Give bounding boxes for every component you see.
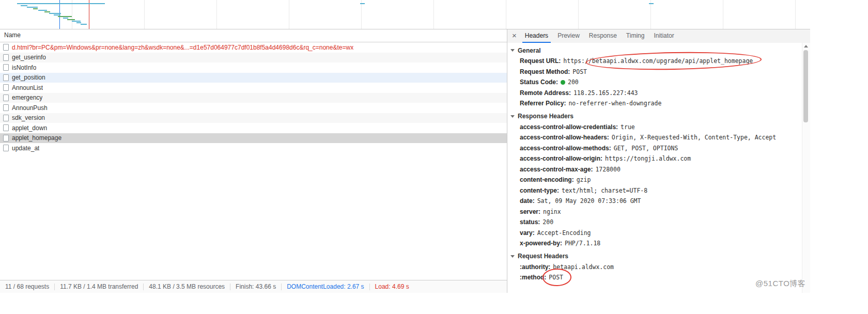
header-name: vary: <box>520 229 535 237</box>
header-name: content-encoding: <box>520 176 574 183</box>
header-value-text: Accept-Encoding <box>537 229 591 237</box>
section-header[interactable]: Response Headers <box>507 111 802 122</box>
tab-response[interactable]: Response <box>584 29 622 43</box>
devtools-network-panel: Name d.html?br=PC&pm=Windows&pr=none&lan… <box>0 0 810 293</box>
header-name: access-control-allow-origin: <box>520 155 602 162</box>
request-row[interactable]: applet_homepage <box>0 133 507 144</box>
header-line: content-type:text/html; charset=UTF-8 <box>507 185 802 196</box>
header-line: access-control-allow-credentials:true <box>507 122 802 133</box>
overview-activity-mark <box>27 7 38 8</box>
header-value: gzip <box>577 176 591 183</box>
file-icon <box>3 64 9 71</box>
header-value: true <box>621 123 635 131</box>
overview-activity-mark <box>44 11 50 12</box>
header-name: Status Code: <box>520 78 558 86</box>
request-row[interactable]: sdk_version <box>0 113 507 123</box>
header-value: 1728000 <box>595 166 620 173</box>
header-value: 118.25.165.227:443 <box>574 89 638 97</box>
header-value: GET, POST, OPTIONS <box>614 145 678 152</box>
header-line: access-control-allow-origin:https://tong… <box>507 153 802 164</box>
scrollbar-up-arrow-icon[interactable] <box>804 45 808 48</box>
request-row[interactable]: emergency <box>0 93 507 103</box>
header-name: server: <box>520 208 540 215</box>
header-value-text: 118.25.165.227:443 <box>574 89 638 97</box>
overview-activity-mark <box>81 24 87 25</box>
file-icon <box>3 84 9 91</box>
request-details-panel: × HeadersPreviewResponseTimingInitiator … <box>507 29 810 293</box>
header-value: betaapi.aldwx.com <box>553 263 614 271</box>
header-value: POST <box>572 68 587 75</box>
request-row[interactable]: get_userinfo <box>0 53 507 63</box>
request-name: get_position <box>12 74 45 81</box>
request-row[interactable]: AnnounList <box>0 83 507 93</box>
header-value-text: betaapi.aldwx.com/upgrade/api/applet_hom… <box>592 56 753 67</box>
request-name: sdk_version <box>12 114 45 121</box>
header-value: Accept-Encoding <box>537 229 591 237</box>
header-line: Request Method:POST <box>507 67 802 77</box>
scrollbar-thumb[interactable] <box>803 50 808 122</box>
overview-activity-mark <box>54 14 60 15</box>
header-value: text/html; charset=UTF-8 <box>562 187 647 194</box>
request-row[interactable]: get_position <box>0 73 507 83</box>
column-header-name[interactable]: Name <box>0 29 507 42</box>
overview-activity-mark <box>72 21 81 22</box>
header-value: Sat, 09 May 2020 07:33:06 GMT <box>537 197 641 205</box>
summary-item: Finish: 43.66 s <box>230 284 282 290</box>
header-name: Request URL: <box>520 57 561 65</box>
close-icon[interactable]: × <box>507 29 520 43</box>
header-value-text: text/html; charset=UTF-8 <box>562 187 647 194</box>
file-icon <box>3 104 9 111</box>
section-title: General <box>518 47 541 54</box>
section-title: Response Headers <box>518 113 574 120</box>
section-header[interactable]: General <box>507 45 802 56</box>
header-value-text: https://tongji.aldwx.com <box>605 155 691 162</box>
request-row[interactable]: update_at <box>0 143 507 153</box>
tab-preview[interactable]: Preview <box>553 29 584 43</box>
summary-item: 11.7 KB / 1.4 MB transferred <box>55 284 144 290</box>
header-value-text: true <box>621 123 635 131</box>
overview-activity-mark <box>33 8 38 9</box>
overview-activity-mark <box>360 3 365 4</box>
header-value: PHP/7.1.18 <box>565 240 600 247</box>
tab-initiator[interactable]: Initiator <box>649 29 678 43</box>
request-name: get_userinfo <box>12 54 46 61</box>
header-name: access-control-max-age: <box>520 166 593 173</box>
overview-activity-mark <box>49 13 61 14</box>
header-value-text: POST <box>549 272 563 283</box>
request-row[interactable]: applet_down <box>0 123 507 133</box>
tab-timing[interactable]: Timing <box>622 29 649 43</box>
file-icon <box>3 74 9 81</box>
overview-activity-mark <box>649 3 654 4</box>
scrollbar[interactable] <box>802 43 810 293</box>
request-row[interactable]: d.html?br=PC&pm=Windows&pr=none&lang=zh&… <box>0 42 507 53</box>
header-line: :authority:betaapi.aldwx.com <box>507 262 802 273</box>
header-value: nginx <box>543 208 561 215</box>
request-row[interactable]: isNotInfo <box>0 62 507 73</box>
header-value-text: POST <box>572 68 587 75</box>
header-line: Referrer Policy:no-referrer-when-downgra… <box>507 98 802 109</box>
summary-item: Load: 4.69 s <box>370 284 414 290</box>
header-value-text: 1728000 <box>595 166 620 173</box>
detail-tabs-list: HeadersPreviewResponseTimingInitiator <box>520 29 679 43</box>
network-overview[interactable] <box>0 0 810 29</box>
headers-section: GeneralRequest URL:https://betaapi.aldwx… <box>507 45 802 109</box>
request-name: applet_down <box>12 124 47 132</box>
summary-item: 48.1 KB / 3.5 MB resources <box>144 284 230 290</box>
load-marker-line <box>89 0 89 29</box>
tab-headers[interactable]: Headers <box>520 29 553 43</box>
request-name: isNotInfo <box>12 64 36 71</box>
headers-panel-content: GeneralRequest URL:https://betaapi.aldwx… <box>507 43 802 293</box>
request-name: AnnounList <box>12 84 43 91</box>
header-value: https://tongji.aldwx.com <box>605 155 691 162</box>
file-icon <box>3 115 9 121</box>
header-line: vary:Accept-Encoding <box>507 228 802 239</box>
section-title: Request Headers <box>518 253 568 260</box>
request-row[interactable]: AnnounPush <box>0 103 507 113</box>
overview-activity-mark <box>17 3 105 4</box>
overview-activity-mark <box>38 10 47 11</box>
header-line: status:200 <box>507 217 802 228</box>
file-icon <box>3 124 9 131</box>
overview-activity-mark <box>67 19 75 20</box>
section-header[interactable]: Request Headers <box>507 251 802 262</box>
header-name: content-type: <box>520 187 559 194</box>
